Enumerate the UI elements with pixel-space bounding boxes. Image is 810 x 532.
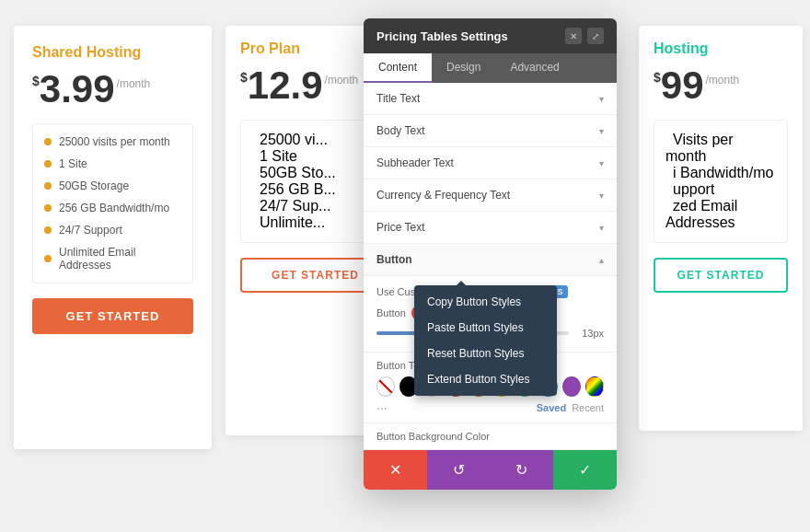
left-price-row: $ 3.99 /month xyxy=(32,70,193,109)
tab-advanced[interactable]: Advanced xyxy=(495,53,573,83)
chevron-down-icon: ▾ xyxy=(599,223,604,233)
list-item: 1 Site xyxy=(252,148,378,165)
modal-header-icons: ✕ ⤢ xyxy=(565,28,604,44)
middle-per-month: /month xyxy=(325,74,359,87)
bullet-icon xyxy=(44,255,52,262)
modal-expand-icon[interactable]: ⤢ xyxy=(587,28,604,44)
modal-header: Pricing Tables Settings ✕ ⤢ xyxy=(364,18,617,53)
left-pricing-card: Shared Hosting $ 3.99 /month 25000 visit… xyxy=(14,26,212,449)
left-features-box: 25000 visits per month 1 Site 50GB Stora… xyxy=(32,123,193,283)
bullet-icon xyxy=(44,204,52,212)
left-card-title: Shared Hosting xyxy=(32,44,193,61)
right-card-title: Hosting xyxy=(654,40,788,57)
list-item: Unlimited Email Addresses xyxy=(44,246,181,272)
right-price-row: $ 99 /month xyxy=(654,66,788,105)
list-item: zed Email Addresses xyxy=(665,198,776,231)
list-item: Visits per month xyxy=(665,132,776,165)
bullet-icon xyxy=(44,226,52,234)
list-item: 256 GB Bandwidth/mo xyxy=(44,202,181,214)
saved-recent-row: ··· Saved Recent xyxy=(376,400,604,415)
chevron-down-icon: ▾ xyxy=(599,94,604,104)
button-size-label: Button xyxy=(376,307,406,318)
list-item: Unlimite... xyxy=(252,214,378,231)
list-item: 24/7 Sup... xyxy=(252,198,378,214)
list-item: 256 GB B... xyxy=(252,181,378,198)
left-currency: $ xyxy=(32,74,40,88)
right-price: 99 xyxy=(661,66,704,105)
context-menu-item-paste[interactable]: Paste Button Styles xyxy=(414,315,557,341)
saved-label[interactable]: Saved xyxy=(537,402,566,413)
list-item: 1 Site xyxy=(44,157,181,170)
cancel-button[interactable]: ✕ xyxy=(364,450,427,490)
accordion-label-title: Title Text xyxy=(376,92,420,105)
chevron-down-icon: ▾ xyxy=(599,158,604,168)
context-menu: Copy Button Styles Paste Button Styles R… xyxy=(414,285,557,396)
transparent-swatch[interactable] xyxy=(376,376,395,397)
save-button[interactable]: ✓ xyxy=(553,450,617,490)
right-per-month: /month xyxy=(706,74,740,87)
modal-title: Pricing Tables Settings xyxy=(376,29,508,43)
context-menu-item-reset[interactable]: Reset Button Styles xyxy=(414,341,557,366)
redo-button[interactable]: ↻ xyxy=(491,450,554,490)
middle-currency: $ xyxy=(240,70,248,85)
accordion-label-button: Button xyxy=(376,253,412,266)
tab-design[interactable]: Design xyxy=(432,53,495,83)
list-item: 50GB Sto... xyxy=(252,165,378,181)
accordion-button-header[interactable]: Button ▴ xyxy=(364,244,617,276)
list-item: 25000 visits per month xyxy=(44,135,181,148)
chevron-down-icon: ▾ xyxy=(599,191,604,201)
right-get-started-button[interactable]: GET STARTED xyxy=(654,258,788,293)
list-item: 25000 vi... xyxy=(252,132,378,148)
accordion-label-body: Body Text xyxy=(376,124,424,137)
list-item: 50GB Storage xyxy=(44,179,181,192)
gradient-swatch[interactable] xyxy=(585,376,604,397)
list-item: i Bandwidth/mo xyxy=(665,165,776,181)
slider-value: 13px xyxy=(576,328,604,339)
accordion-currency-text[interactable]: Currency & Frequency Text ▾ xyxy=(364,179,617,212)
bullet-icon xyxy=(44,160,52,168)
accordion-label-currency: Currency & Frequency Text xyxy=(376,189,510,202)
more-options-button[interactable]: ··· xyxy=(376,400,388,415)
bullet-icon xyxy=(44,138,52,145)
purple-swatch[interactable] xyxy=(562,376,581,397)
context-menu-item-extend[interactable]: Extend Button Styles xyxy=(414,366,557,392)
left-price: 3.99 xyxy=(40,70,115,109)
middle-price: 12.9 xyxy=(248,66,323,105)
left-get-started-button[interactable]: GET STARTED xyxy=(32,298,193,334)
modal-close-icon[interactable]: ✕ xyxy=(565,28,582,44)
accordion-body-text[interactable]: Body Text ▾ xyxy=(364,115,617,147)
list-item: upport xyxy=(665,181,776,198)
bg-color-section-label: Button Background Color xyxy=(364,423,617,450)
context-menu-item-copy[interactable]: Copy Button Styles xyxy=(414,289,557,315)
chevron-down-icon: ▾ xyxy=(599,126,604,136)
tab-content[interactable]: Content xyxy=(364,53,432,83)
bullet-icon xyxy=(44,182,52,190)
recent-label[interactable]: Recent xyxy=(572,402,604,413)
right-features-box: Visits per month i Bandwidth/mo upport z… xyxy=(654,120,788,243)
accordion-subheader-text[interactable]: Subheader Text ▾ xyxy=(364,147,617,179)
right-currency: $ xyxy=(654,70,661,85)
settings-modal: Pricing Tables Settings ✕ ⤢ Content Desi… xyxy=(364,18,617,490)
accordion-title-text[interactable]: Title Text ▾ xyxy=(364,83,617,115)
undo-button[interactable]: ↺ xyxy=(427,450,491,490)
accordion-label-subheader: Subheader Text xyxy=(376,156,454,169)
accordion-label-price: Price Text xyxy=(376,221,424,234)
modal-tabs: Content Design Advanced xyxy=(364,53,617,83)
context-menu-arrow xyxy=(455,281,468,287)
modal-footer: ✕ ↺ ↻ ✓ xyxy=(364,450,617,490)
chevron-up-icon: ▴ xyxy=(599,255,604,265)
accordion-price-text[interactable]: Price Text ▾ xyxy=(364,212,617,244)
left-per-month: /month xyxy=(117,77,151,90)
list-item: 24/7 Support xyxy=(44,224,181,237)
right-pricing-card: Hosting $ 99 /month Visits per month i B… xyxy=(639,26,803,431)
